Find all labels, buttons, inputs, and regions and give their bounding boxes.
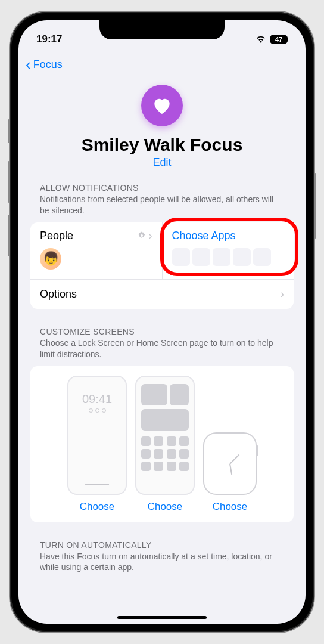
wifi-icon [256, 35, 266, 44]
back-button[interactable]: ‹ Focus [26, 57, 63, 72]
home-indicator[interactable] [117, 616, 207, 619]
watch-preview [203, 432, 257, 495]
people-label: People [40, 230, 73, 242]
gear-icon [137, 231, 147, 240]
battery-percent: 47 [275, 36, 282, 43]
automation-header: TURN ON AUTOMATICALLY [30, 540, 294, 550]
notifications-section: ALLOW NOTIFICATIONS Notifications from s… [18, 183, 306, 309]
navigation-bar: ‹ Focus [18, 50, 306, 79]
app-placeholders [172, 248, 285, 266]
notifications-card: People › 👦 Choose Apps [30, 222, 294, 309]
edit-button[interactable]: Edit [30, 156, 294, 169]
automation-desc: Have this Focus turn on automatically at… [30, 551, 294, 580]
choose-lock-button[interactable]: Choose [80, 501, 115, 513]
status-indicators: 47 [256, 35, 288, 44]
choose-watch-button[interactable]: Choose [213, 501, 248, 513]
screens-section: CUSTOMIZE SCREENS Choose a Lock Screen o… [18, 327, 306, 522]
notifications-header: ALLOW NOTIFICATIONS [30, 183, 294, 193]
mute-switch [8, 119, 10, 143]
screen: 19:17 47 ‹ Focus Smiley Walk Focus Edit [18, 20, 306, 624]
choose-apps-label: Choose Apps [172, 230, 236, 242]
options-row[interactable]: Options › [30, 279, 294, 309]
volume-down [8, 215, 10, 256]
choose-home-button[interactable]: Choose [148, 501, 183, 513]
screens-header: CUSTOMIZE SCREENS [30, 327, 294, 336]
back-label: Focus [33, 58, 63, 71]
lock-screen-preview: 09:41 [67, 376, 127, 495]
heart-icon [141, 85, 183, 126]
options-label: Options [40, 288, 77, 301]
focus-header: Smiley Walk Focus Edit [18, 79, 306, 183]
people-cell[interactable]: People › 👦 [30, 222, 163, 279]
person-avatar: 👦 [40, 248, 61, 270]
power-button [314, 173, 316, 239]
lock-screen-item: 09:41 Choose [67, 376, 127, 513]
watch-item: Choose [203, 432, 257, 513]
notch [99, 20, 225, 39]
notifications-desc: Notifications from selected people will … [30, 194, 294, 222]
chevron-right-icon: › [281, 288, 284, 301]
screens-card: 09:41 Choose Choose [30, 366, 294, 522]
volume-up [8, 161, 10, 203]
automation-section: TURN ON AUTOMATICALLY Have this Focus tu… [18, 540, 306, 580]
chevron-left-icon: ‹ [26, 57, 31, 72]
status-time: 19:17 [36, 33, 62, 45]
lock-time: 09:41 [73, 392, 121, 406]
screens-desc: Choose a Lock Screen or Home Screen page… [30, 338, 294, 366]
home-screen-preview [135, 376, 195, 495]
chevron-right-icon: › [149, 230, 152, 242]
battery-icon: 47 [270, 35, 288, 44]
phone-frame: 19:17 47 ‹ Focus Smiley Walk Focus Edit [10, 12, 314, 632]
apps-cell[interactable]: Choose Apps [163, 222, 294, 279]
home-screen-item: Choose [135, 376, 195, 513]
lock-dots [73, 408, 121, 413]
focus-title: Smiley Walk Focus [30, 135, 294, 155]
